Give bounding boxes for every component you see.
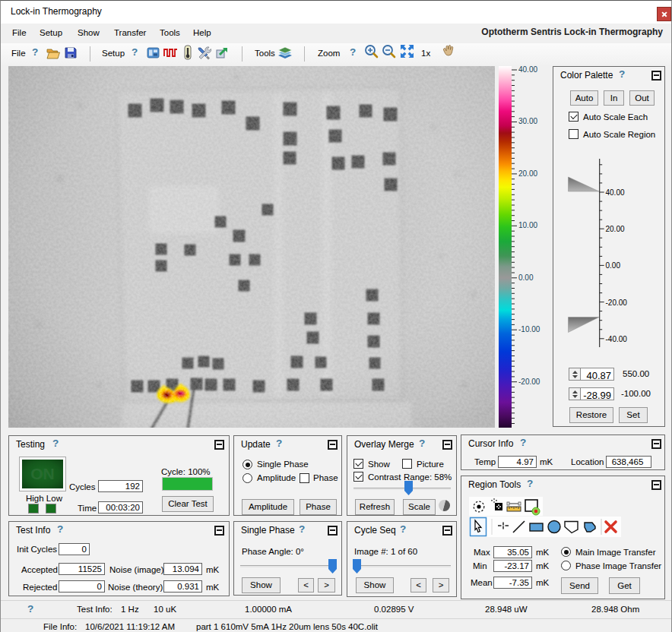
svg-text:-20.00: -20.00 (606, 299, 628, 307)
svg-text:-40.00: -40.00 (606, 335, 628, 343)
svg-text:40.00: 40.00 (606, 188, 625, 197)
svg-text:20.00: 20.00 (606, 225, 625, 233)
svg-text:0.00: 0.00 (606, 261, 621, 270)
